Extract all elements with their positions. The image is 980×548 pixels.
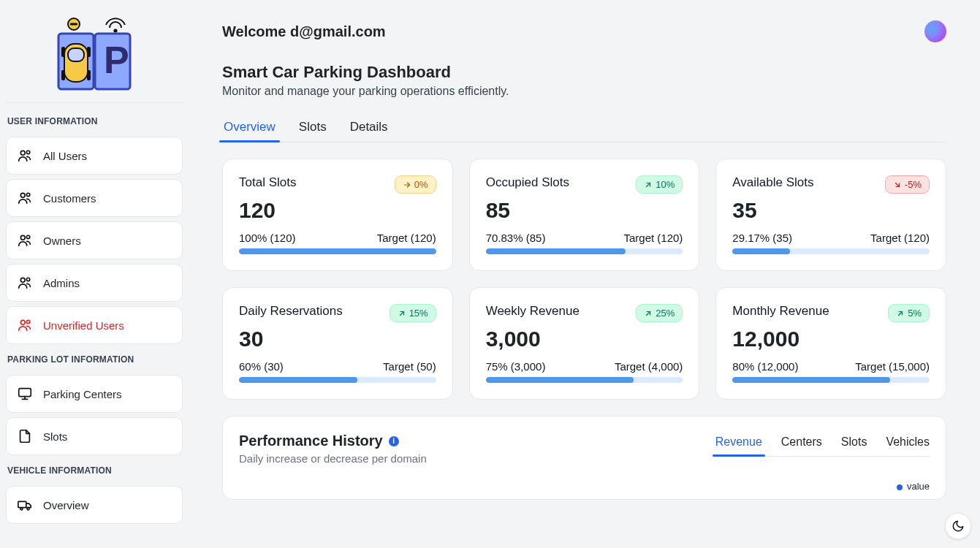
card-target-label: Target (50) (383, 360, 436, 373)
history-tab-slots[interactable]: Slots (841, 433, 867, 456)
main-tabs: OverviewSlotsDetails (222, 114, 946, 142)
sidebar-item-label: Admins (43, 277, 80, 289)
stat-card-available-slots: Available Slots-5%3529.17% (35)Target (1… (715, 159, 946, 271)
card-title: Occupied Slots (486, 175, 569, 190)
card-value: 30 (239, 327, 436, 351)
trend-up-icon (398, 309, 406, 318)
sidebar-item-label: Unverified Users (43, 319, 124, 332)
sidebar-item-label: Overview (43, 499, 89, 511)
card-title: Daily Reservations (239, 304, 343, 319)
card-title: Monthly Revenue (732, 304, 829, 319)
sidebar-item-all-users[interactable]: All Users (6, 137, 183, 175)
svg-rect-8 (61, 47, 65, 57)
card-value: 12,000 (732, 327, 930, 351)
svg-rect-10 (61, 70, 65, 80)
progress-bar (239, 377, 436, 383)
card-value: 35 (732, 198, 930, 223)
card-value: 3,000 (486, 327, 683, 351)
sidebar-item-overview[interactable]: Overview (6, 486, 183, 524)
sidebar-item-label: Owners (43, 235, 81, 247)
trend-badge: 25% (636, 304, 683, 322)
svg-point-0 (114, 29, 116, 31)
panel-subtitle: Daily increase or decrease per domain (239, 452, 427, 465)
sidebar-item-customers[interactable]: Customers (6, 179, 183, 217)
trend-up-icon (896, 309, 905, 318)
history-tab-vehicles[interactable]: Vehicles (886, 433, 930, 456)
history-tab-centers[interactable]: Centers (781, 433, 822, 456)
avatar[interactable] (924, 20, 946, 42)
sidebar-section-label: VEHICLE INFORMATION (6, 460, 183, 482)
history-tab-revenue[interactable]: Revenue (715, 433, 762, 456)
svg-rect-7 (68, 48, 84, 61)
truck-icon (17, 497, 33, 513)
logo[interactable]: P (6, 7, 183, 103)
progress-bar (732, 248, 930, 254)
sidebar-item-label: Customers (43, 192, 96, 205)
progress-bar (239, 248, 436, 254)
sidebar-item-label: All Users (43, 150, 87, 162)
stat-card-weekly-revenue: Weekly Revenue25%3,00075% (3,000)Target … (469, 287, 700, 400)
card-value: 120 (239, 198, 436, 223)
svg-rect-2 (70, 23, 77, 26)
trend-badge: 15% (390, 304, 436, 322)
sidebar-item-unverified-users[interactable]: Unverified Users (6, 306, 183, 344)
sidebar-item-admins[interactable]: Admins (6, 264, 183, 302)
info-icon[interactable]: i (389, 436, 399, 446)
progress-bar (486, 248, 683, 254)
trend-up-icon (644, 180, 653, 189)
panel-tabs: RevenueCentersSlotsVehicles (715, 433, 930, 457)
trend-down-icon (893, 180, 902, 189)
tab-overview[interactable]: Overview (222, 114, 277, 142)
tab-details[interactable]: Details (349, 114, 390, 142)
svg-text:P: P (104, 39, 129, 81)
svg-rect-9 (87, 47, 91, 57)
main-content: Welcome d@gmail.com Smart Car Parking Da… (189, 0, 980, 548)
tab-slots[interactable]: Slots (297, 114, 328, 142)
stat-card-occupied-slots: Occupied Slots10%8570.83% (85)Target (12… (469, 159, 700, 271)
trend-badge: 0% (395, 175, 436, 194)
page-subtitle: Monitor and manage your parking operatio… (222, 85, 946, 98)
progress-bar (486, 377, 683, 383)
trend-badge: 5% (888, 304, 930, 322)
card-title: Weekly Revenue (486, 304, 580, 319)
performance-history-panel: Performance History i Daily increase or … (222, 416, 946, 500)
card-title: Available Slots (732, 175, 813, 190)
trend-up-icon (644, 309, 653, 318)
svg-rect-11 (87, 70, 91, 80)
sidebar-section-label: PARKING LOT INFORMATION (6, 349, 183, 370)
card-progress-label: 80% (12,000) (732, 360, 798, 373)
card-progress-label: 29.17% (35) (732, 232, 792, 244)
welcome-text: Welcome d@gmail.com (222, 23, 386, 40)
card-progress-label: 75% (3,000) (486, 360, 546, 373)
users-icon (17, 275, 33, 291)
users-icon (17, 317, 33, 333)
stat-card-daily-reservations: Daily Reservations15%3060% (30)Target (5… (222, 287, 453, 400)
file-icon (17, 428, 33, 444)
users-icon (17, 232, 33, 248)
progress-bar (732, 377, 930, 383)
sidebar-item-parking-centers[interactable]: Parking Centers (6, 375, 183, 413)
stat-card-monthly-revenue: Monthly Revenue5%12,00080% (12,000)Targe… (715, 287, 946, 400)
card-progress-label: 60% (30) (239, 360, 284, 373)
moon-icon (951, 520, 965, 533)
card-target-label: Target (120) (377, 232, 436, 244)
sidebar-item-slots[interactable]: Slots (6, 417, 183, 455)
sidebar-item-owners[interactable]: Owners (6, 221, 183, 259)
card-target-label: Target (4,000) (615, 360, 683, 373)
page-title: Smart Car Parking Dashboard (222, 63, 946, 82)
panel-title: Performance History (239, 433, 383, 449)
monitor-icon (17, 386, 33, 402)
users-icon (17, 148, 33, 164)
card-progress-label: 100% (120) (239, 232, 296, 244)
card-target-label: Target (120) (623, 232, 683, 244)
sidebar-section-label: USER INFORMATION (6, 110, 183, 132)
trend-badge: -5% (885, 175, 930, 194)
sidebar-item-label: Slots (43, 430, 67, 443)
chart-legend: value (239, 481, 930, 492)
sidebar-item-label: Parking Centers (43, 388, 122, 400)
theme-toggle-button[interactable] (945, 513, 971, 539)
card-target-label: Target (15,000) (855, 360, 930, 373)
sidebar: P USER INFORMATIONAll UsersCustomersOwne… (0, 0, 189, 548)
users-icon (17, 190, 33, 206)
trend-badge: 10% (636, 175, 683, 194)
